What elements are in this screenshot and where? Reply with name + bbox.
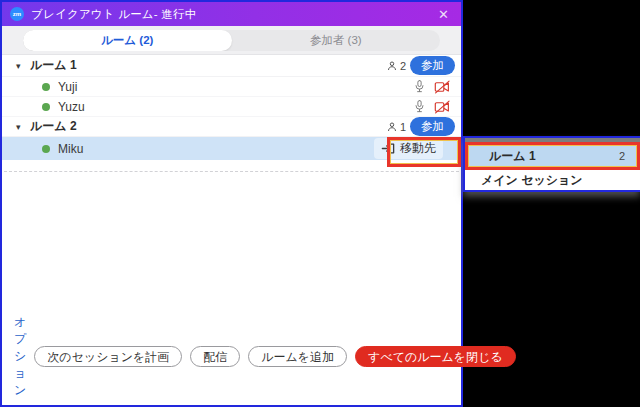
zoom-app-icon: zm xyxy=(10,7,24,21)
camera-off-icon xyxy=(434,100,451,114)
move-to-label: 移動先 xyxy=(400,140,436,157)
participant-count-value: 2 xyxy=(400,60,406,72)
move-to-icon xyxy=(381,142,395,155)
popup-item-label: メイン セッション xyxy=(481,172,583,189)
participant-row-selected[interactable]: Miku 移動先 xyxy=(2,137,461,160)
camera-off-icon xyxy=(434,80,451,94)
move-to-destination-popup: ルーム 1 2 メイン セッション xyxy=(463,136,640,192)
plan-next-session-button[interactable]: 次のセッションを計画 xyxy=(34,346,182,367)
participant-name: Miku xyxy=(58,142,83,156)
room-1-header[interactable]: ▾ ルーム 1 2 参加 xyxy=(2,55,461,77)
close-all-rooms-button[interactable]: すべてのルームを閉じる xyxy=(355,346,516,367)
titlebar: zm ブレイクアウト ルーム- 進行中 ✕ xyxy=(2,2,461,26)
microphone-icon xyxy=(413,99,426,114)
tab-participants[interactable]: 参加者 (3) xyxy=(232,30,441,51)
room-list: ▾ ルーム 1 2 参加 Yuji xyxy=(2,55,461,314)
close-icon[interactable]: ✕ xyxy=(434,6,453,23)
room-name: ルーム 1 xyxy=(30,57,77,74)
person-icon xyxy=(386,121,398,133)
room-2-header[interactable]: ▾ ルーム 2 1 参加 xyxy=(2,117,461,137)
tab-rooms[interactable]: ルーム (2) xyxy=(23,30,232,51)
participant-row[interactable]: Yuzu xyxy=(2,97,461,117)
popup-item-count: 2 xyxy=(619,150,625,162)
breakout-rooms-window: zm ブレイクアウト ルーム- 進行中 ✕ ルーム (2) 参加者 (3) ▾ … xyxy=(0,0,463,407)
list-divider xyxy=(4,171,459,172)
popup-item-main-session[interactable]: メイン セッション xyxy=(465,170,640,190)
presence-dot-icon xyxy=(42,145,50,153)
broadcast-button[interactable]: 配信 xyxy=(190,346,240,367)
window-title: ブレイクアウト ルーム- 進行中 xyxy=(31,7,196,22)
options-link[interactable]: オプション xyxy=(14,314,26,399)
popup-item-label: ルーム 1 xyxy=(489,148,536,165)
participant-count: 2 xyxy=(386,60,406,72)
join-room-2-button[interactable]: 参加 xyxy=(410,117,455,136)
popup-item-room-1[interactable]: ルーム 1 2 xyxy=(465,142,640,170)
tabstrip: ルーム (2) 参加者 (3) xyxy=(2,26,461,55)
participant-row[interactable]: Yuji xyxy=(2,77,461,97)
participant-count: 1 xyxy=(386,121,406,133)
participant-count-value: 1 xyxy=(400,121,406,133)
tab-switcher: ルーム (2) 参加者 (3) xyxy=(23,30,440,51)
chevron-down-icon[interactable]: ▾ xyxy=(16,61,30,71)
presence-dot-icon xyxy=(42,83,50,91)
person-icon xyxy=(386,60,398,72)
presence-dot-icon xyxy=(42,103,50,111)
participant-name: Yuji xyxy=(58,80,77,94)
microphone-icon xyxy=(413,79,426,94)
move-to-button[interactable]: 移動先 xyxy=(374,138,443,159)
join-room-1-button[interactable]: 参加 xyxy=(410,56,455,75)
chevron-down-icon[interactable]: ▾ xyxy=(16,122,30,132)
room-name: ルーム 2 xyxy=(30,118,77,135)
footer-bar: オプション 次のセッションを計画 配信 ルームを追加 すべてのルームを閉じる xyxy=(2,314,461,405)
add-room-button[interactable]: ルームを追加 xyxy=(248,346,347,367)
participant-name: Yuzu xyxy=(58,100,85,114)
